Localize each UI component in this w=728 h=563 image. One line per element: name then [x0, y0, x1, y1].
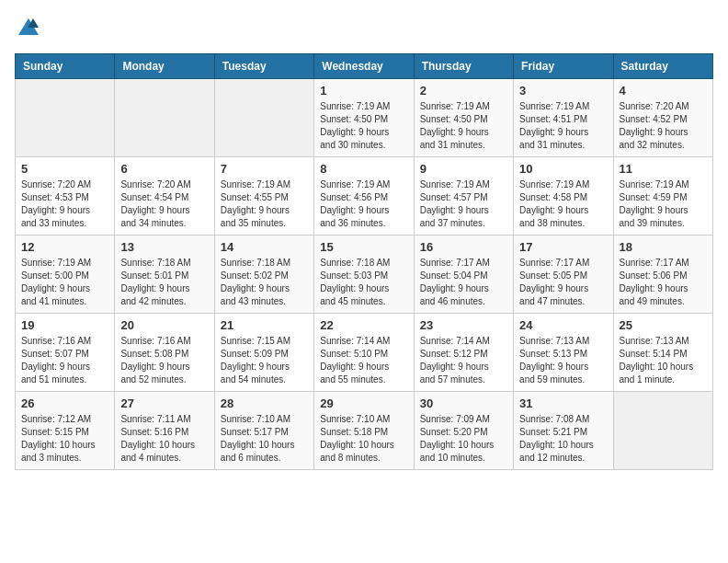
day-info: Sunrise: 7:14 AMSunset: 5:10 PMDaylight:… — [320, 335, 407, 386]
day-number: 6 — [120, 162, 208, 176]
day-number: 11 — [620, 162, 707, 176]
day-info: Sunrise: 7:17 AMSunset: 5:06 PMDaylight:… — [620, 257, 707, 308]
day-number: 24 — [519, 318, 607, 332]
day-info: Sunrise: 7:08 AMSunset: 5:21 PMDaylight:… — [519, 413, 607, 465]
day-number: 2 — [420, 84, 507, 98]
day-info: Sunrise: 7:18 AMSunset: 5:02 PMDaylight:… — [221, 257, 308, 308]
calendar-cell: 1Sunrise: 7:19 AMSunset: 4:50 PMDaylight… — [314, 79, 414, 157]
day-info: Sunrise: 7:15 AMSunset: 5:09 PMDaylight:… — [221, 335, 308, 386]
calendar-cell: 13Sunrise: 7:18 AMSunset: 5:01 PMDayligh… — [115, 236, 214, 314]
calendar-cell: 14Sunrise: 7:18 AMSunset: 5:02 PMDayligh… — [214, 236, 313, 314]
day-info: Sunrise: 7:11 AMSunset: 5:16 PMDaylight:… — [120, 413, 208, 465]
day-info: Sunrise: 7:13 AMSunset: 5:13 PMDaylight:… — [519, 335, 607, 386]
calendar-cell: 29Sunrise: 7:10 AMSunset: 5:18 PMDayligh… — [314, 392, 414, 470]
calendar-cell: 3Sunrise: 7:19 AMSunset: 4:51 PMDaylight… — [514, 79, 613, 157]
page-header — [15, 15, 713, 42]
weekday-header: Monday — [115, 54, 214, 79]
day-info: Sunrise: 7:17 AMSunset: 5:04 PMDaylight:… — [420, 257, 507, 308]
day-info: Sunrise: 7:19 AMSunset: 4:51 PMDaylight:… — [519, 100, 607, 152]
day-info: Sunrise: 7:19 AMSunset: 5:00 PMDaylight:… — [21, 257, 108, 308]
calendar-cell: 24Sunrise: 7:13 AMSunset: 5:13 PMDayligh… — [514, 314, 613, 392]
calendar-cell — [214, 79, 313, 157]
calendar-cell: 9Sunrise: 7:19 AMSunset: 4:57 PMDaylight… — [414, 157, 513, 236]
calendar-cell: 21Sunrise: 7:15 AMSunset: 5:09 PMDayligh… — [214, 314, 313, 392]
day-number: 1 — [320, 84, 407, 98]
day-info: Sunrise: 7:19 AMSunset: 4:57 PMDaylight:… — [420, 178, 507, 230]
day-number: 31 — [519, 396, 607, 410]
day-number: 22 — [320, 318, 407, 332]
calendar-cell: 16Sunrise: 7:17 AMSunset: 5:04 PMDayligh… — [414, 236, 513, 314]
calendar-cell: 27Sunrise: 7:11 AMSunset: 5:16 PMDayligh… — [115, 392, 214, 470]
day-info: Sunrise: 7:10 AMSunset: 5:18 PMDaylight:… — [320, 413, 407, 465]
day-info: Sunrise: 7:12 AMSunset: 5:15 PMDaylight:… — [21, 413, 108, 465]
day-number: 8 — [320, 162, 407, 176]
day-info: Sunrise: 7:18 AMSunset: 5:03 PMDaylight:… — [320, 257, 407, 308]
day-info: Sunrise: 7:16 AMSunset: 5:08 PMDaylight:… — [120, 335, 208, 386]
calendar-cell: 19Sunrise: 7:16 AMSunset: 5:07 PMDayligh… — [16, 314, 115, 392]
calendar-cell: 31Sunrise: 7:08 AMSunset: 5:21 PMDayligh… — [514, 392, 613, 470]
day-number: 5 — [21, 162, 108, 176]
day-number: 4 — [620, 84, 707, 98]
day-info: Sunrise: 7:19 AMSunset: 4:50 PMDaylight:… — [420, 100, 507, 152]
day-info: Sunrise: 7:19 AMSunset: 4:58 PMDaylight:… — [519, 178, 607, 230]
day-number: 18 — [620, 240, 707, 254]
day-number: 16 — [420, 240, 507, 254]
calendar-cell: 17Sunrise: 7:17 AMSunset: 5:05 PMDayligh… — [514, 236, 613, 314]
day-number: 27 — [120, 396, 208, 410]
calendar-cell: 2Sunrise: 7:19 AMSunset: 4:50 PMDaylight… — [414, 79, 513, 157]
day-number: 10 — [519, 162, 607, 176]
day-number: 20 — [120, 318, 208, 332]
day-info: Sunrise: 7:10 AMSunset: 5:17 PMDaylight:… — [221, 413, 308, 465]
day-info: Sunrise: 7:18 AMSunset: 5:01 PMDaylight:… — [120, 257, 208, 308]
day-number: 17 — [519, 240, 607, 254]
day-info: Sunrise: 7:20 AMSunset: 4:54 PMDaylight:… — [120, 178, 208, 230]
day-info: Sunrise: 7:19 AMSunset: 4:55 PMDaylight:… — [221, 178, 308, 230]
day-number: 28 — [221, 396, 308, 410]
day-number: 3 — [519, 84, 607, 98]
weekday-header: Wednesday — [314, 54, 414, 79]
calendar-cell: 5Sunrise: 7:20 AMSunset: 4:53 PMDaylight… — [16, 157, 115, 236]
calendar-cell — [613, 392, 712, 470]
calendar-cell: 6Sunrise: 7:20 AMSunset: 4:54 PMDaylight… — [115, 157, 214, 236]
day-info: Sunrise: 7:17 AMSunset: 5:05 PMDaylight:… — [519, 257, 607, 308]
day-info: Sunrise: 7:19 AMSunset: 4:56 PMDaylight:… — [320, 178, 407, 230]
calendar-cell: 22Sunrise: 7:14 AMSunset: 5:10 PMDayligh… — [314, 314, 414, 392]
day-info: Sunrise: 7:20 AMSunset: 4:52 PMDaylight:… — [620, 100, 707, 152]
weekday-header: Thursday — [414, 54, 513, 79]
day-number: 21 — [221, 318, 308, 332]
calendar-cell: 8Sunrise: 7:19 AMSunset: 4:56 PMDaylight… — [314, 157, 414, 236]
calendar-cell: 15Sunrise: 7:18 AMSunset: 5:03 PMDayligh… — [314, 236, 414, 314]
day-number: 14 — [221, 240, 308, 254]
weekday-header: Tuesday — [214, 54, 313, 79]
day-number: 15 — [320, 240, 407, 254]
weekday-header-row: SundayMondayTuesdayWednesdayThursdayFrid… — [16, 54, 713, 79]
day-info: Sunrise: 7:09 AMSunset: 5:20 PMDaylight:… — [420, 413, 507, 465]
calendar-cell: 11Sunrise: 7:19 AMSunset: 4:59 PMDayligh… — [613, 157, 712, 236]
day-number: 23 — [420, 318, 507, 332]
calendar-cell: 20Sunrise: 7:16 AMSunset: 5:08 PMDayligh… — [115, 314, 214, 392]
calendar-cell — [16, 79, 115, 157]
calendar-cell: 23Sunrise: 7:14 AMSunset: 5:12 PMDayligh… — [414, 314, 513, 392]
weekday-header: Friday — [514, 54, 613, 79]
day-info: Sunrise: 7:14 AMSunset: 5:12 PMDaylight:… — [420, 335, 507, 386]
calendar-cell: 28Sunrise: 7:10 AMSunset: 5:17 PMDayligh… — [214, 392, 313, 470]
day-number: 25 — [620, 318, 707, 332]
day-number: 19 — [21, 318, 108, 332]
calendar-cell: 7Sunrise: 7:19 AMSunset: 4:55 PMDaylight… — [214, 157, 313, 236]
day-number: 13 — [120, 240, 208, 254]
day-number: 30 — [420, 396, 507, 410]
calendar-cell: 26Sunrise: 7:12 AMSunset: 5:15 PMDayligh… — [16, 392, 115, 470]
calendar-week-row: 1Sunrise: 7:19 AMSunset: 4:50 PMDaylight… — [16, 79, 713, 157]
calendar-week-row: 12Sunrise: 7:19 AMSunset: 5:00 PMDayligh… — [16, 236, 713, 314]
weekday-header: Sunday — [16, 54, 115, 79]
day-info: Sunrise: 7:19 AMSunset: 4:59 PMDaylight:… — [620, 178, 707, 230]
day-number: 9 — [420, 162, 507, 176]
calendar-cell: 25Sunrise: 7:13 AMSunset: 5:14 PMDayligh… — [613, 314, 712, 392]
calendar-week-row: 26Sunrise: 7:12 AMSunset: 5:15 PMDayligh… — [16, 392, 713, 470]
calendar-cell — [115, 79, 214, 157]
calendar-cell: 30Sunrise: 7:09 AMSunset: 5:20 PMDayligh… — [414, 392, 513, 470]
day-info: Sunrise: 7:20 AMSunset: 4:53 PMDaylight:… — [21, 178, 108, 230]
calendar-cell: 10Sunrise: 7:19 AMSunset: 4:58 PMDayligh… — [514, 157, 613, 236]
day-info: Sunrise: 7:16 AMSunset: 5:07 PMDaylight:… — [21, 335, 108, 386]
day-number: 7 — [221, 162, 308, 176]
